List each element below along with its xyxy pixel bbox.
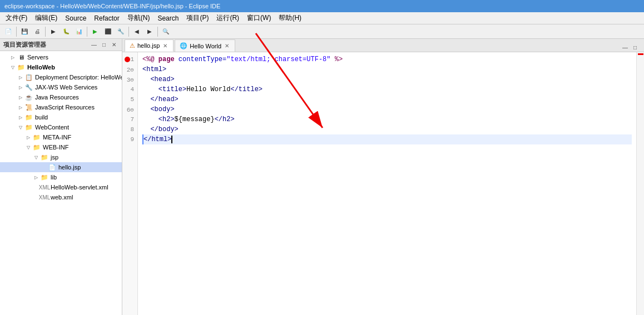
code-line-9: </html> bbox=[142, 134, 632, 144]
tab-hello-world[interactable]: 🌐 Hello World ✕ bbox=[175, 39, 235, 52]
tree-item-deployment[interactable]: ▷ 📋 Deployment Descriptor: HelloWeb bbox=[0, 72, 122, 82]
html-title-text: Hello World bbox=[186, 86, 230, 93]
menu-source[interactable]: Source bbox=[62, 13, 90, 23]
menu-navigate[interactable]: 导航(N) bbox=[124, 12, 153, 24]
jsp-str-contenttype: "text/html; charset=UTF-8" bbox=[226, 56, 330, 63]
html-tag-8: </body> bbox=[142, 126, 179, 133]
menu-search[interactable]: Search bbox=[154, 13, 182, 23]
tree-item-web-xml[interactable]: XML web.xml bbox=[0, 192, 122, 202]
menu-edit[interactable]: 编辑(E) bbox=[32, 12, 61, 24]
line-numbers: 1 2⊖ 3⊖ 4 5 6⊖ 7 8 9 bbox=[122, 52, 138, 315]
next-edit[interactable]: ▶ bbox=[143, 26, 156, 38]
expand-servers-icon: ▷ bbox=[9, 55, 17, 60]
tree-item-java[interactable]: ▷ ☕ Java Resources bbox=[0, 92, 122, 102]
line-num-9: 9 bbox=[123, 134, 136, 144]
save-button[interactable]: 💾 bbox=[18, 26, 31, 38]
menu-bar: 文件(F) 编辑(E) Source Refactor 导航(N) Search… bbox=[0, 12, 644, 24]
run-button[interactable]: ▶ bbox=[89, 26, 101, 38]
menu-help[interactable]: 帮助(H) bbox=[275, 12, 305, 24]
run-last-button[interactable]: ▶ bbox=[47, 26, 60, 38]
hello-jsp-label: hello.jsp bbox=[58, 164, 81, 171]
servlet-xml-icon: XML bbox=[40, 183, 49, 192]
js-label: JavaScript Resources bbox=[35, 104, 95, 111]
web-inf-icon: 📁 bbox=[32, 143, 41, 152]
error-gutter-mark bbox=[638, 53, 643, 55]
meta-inf-icon: 📁 bbox=[32, 133, 41, 142]
tree-item-web-inf[interactable]: ▽ 📁 WEB-INF bbox=[0, 142, 122, 152]
tree-item-helloweb[interactable]: ▽ 📁 HelloWeb bbox=[0, 62, 122, 72]
cursor-blink bbox=[171, 136, 172, 143]
new-button[interactable]: 📄 bbox=[2, 26, 14, 38]
tab-hello-jsp[interactable]: ⚠ hello.jsp ✕ bbox=[125, 39, 174, 52]
hello-jsp-icon: 📄 bbox=[48, 163, 57, 172]
expand-webcontent-icon: ▽ bbox=[17, 125, 24, 130]
right-gutter bbox=[636, 52, 644, 315]
tree-item-javascript[interactable]: ▷ 📜 JavaScript Resources bbox=[0, 102, 122, 112]
webcontent-label: WebContent bbox=[35, 124, 69, 131]
close-panel-button[interactable]: ✕ bbox=[110, 41, 118, 49]
code-line-1: <%@ page contentType="text/html; charset… bbox=[142, 54, 632, 64]
jaxws-label: JAX-WS Web Services bbox=[35, 84, 97, 91]
profile-button[interactable]: 📊 bbox=[73, 26, 85, 38]
code-editor[interactable]: <%@ page contentType="text/html; charset… bbox=[138, 52, 636, 315]
html-tag-4a: <title> bbox=[142, 86, 186, 93]
tb-sep-3 bbox=[87, 27, 87, 37]
tree-item-servlet-xml[interactable]: XML HelloWeb-servlet.xml bbox=[0, 182, 122, 192]
html-tag-7a: <h2> bbox=[142, 116, 175, 123]
build-icon: 📁 bbox=[24, 113, 33, 122]
jsp-folder-label: jsp bbox=[51, 154, 58, 161]
tree-item-jsp-folder[interactable]: ▽ 📁 jsp bbox=[0, 152, 122, 162]
expand-jaxws-icon: ▷ bbox=[17, 85, 24, 90]
html-tag-4b: </title> bbox=[230, 86, 262, 93]
editor-maximize-btn[interactable]: □ bbox=[631, 43, 640, 52]
tree-item-jaxws[interactable]: ▷ 🔧 JAX-WS Web Services bbox=[0, 82, 122, 92]
prev-edit[interactable]: ◀ bbox=[131, 26, 143, 38]
tree-item-build[interactable]: ▷ 📁 build bbox=[0, 112, 122, 122]
minimize-panel-button[interactable]: — bbox=[90, 41, 98, 49]
tree-item-lib[interactable]: ▷ 📁 lib bbox=[0, 172, 122, 182]
tree-item-servers[interactable]: ▷ 🖥 Servers bbox=[0, 52, 122, 62]
tab-hello-world-close[interactable]: ✕ bbox=[224, 43, 230, 49]
expand-helloweb-icon: ▽ bbox=[9, 65, 17, 70]
editor-minimize-btn[interactable]: — bbox=[621, 43, 630, 52]
menu-run[interactable]: 运行(R) bbox=[213, 12, 242, 24]
deployment-label: Deployment Descriptor: HelloWeb bbox=[35, 74, 122, 81]
tab-hello-jsp-close[interactable]: ✕ bbox=[162, 42, 169, 49]
code-line-8: </body> bbox=[142, 124, 632, 134]
line-num-2: 2⊖ bbox=[123, 64, 136, 74]
expand-js-icon: ▷ bbox=[17, 105, 24, 110]
jaxws-icon: 🔧 bbox=[24, 83, 33, 92]
expand-build-icon: ▷ bbox=[17, 115, 24, 120]
menu-file[interactable]: 文件(F) bbox=[2, 12, 31, 24]
tree-item-webcontent[interactable]: ▽ 📁 WebContent bbox=[0, 122, 122, 132]
code-area: 1 2⊖ 3⊖ 4 5 6⊖ 7 8 9 <%@ page contentTyp… bbox=[122, 52, 644, 315]
line-num-8: 8 bbox=[123, 124, 136, 134]
line-num-6: 6⊖ bbox=[123, 104, 136, 114]
tb-sep-4 bbox=[128, 27, 129, 37]
project-explorer-panel: 项目资源管理器 — □ ✕ ▷ 🖥 Servers ▽ 📁 bbox=[0, 39, 122, 315]
tab-hello-jsp-icon: ⚠ bbox=[130, 42, 135, 49]
menu-refactor[interactable]: Refactor bbox=[91, 13, 122, 23]
tree-item-meta-inf[interactable]: ▷ 📁 META-INF bbox=[0, 132, 122, 142]
expand-jsp-folder-icon: ▽ bbox=[32, 155, 40, 160]
menu-window[interactable]: 窗口(W) bbox=[244, 12, 274, 24]
stop-button[interactable]: ⬛ bbox=[102, 26, 114, 38]
html-tag-3: <head> bbox=[142, 76, 175, 83]
tab-hello-jsp-label: hello.jsp bbox=[137, 42, 160, 49]
web-inf-label: WEB-INF bbox=[43, 144, 68, 151]
search-button[interactable]: 🔍 bbox=[160, 26, 172, 38]
menu-project[interactable]: 项目(P) bbox=[183, 12, 212, 24]
tb-sep-5 bbox=[157, 27, 158, 37]
debug-button[interactable]: 🐛 bbox=[60, 26, 72, 38]
html-el-text: ${message} bbox=[175, 116, 215, 123]
line-num-3: 3⊖ bbox=[123, 74, 136, 84]
external-tools[interactable]: 🔧 bbox=[115, 26, 127, 38]
print-button[interactable]: 🖨 bbox=[31, 26, 43, 38]
html-tag-9: </html> bbox=[143, 136, 171, 143]
maximize-panel-button[interactable]: □ bbox=[100, 41, 108, 49]
tree-item-hello-jsp[interactable]: 📄 hello.jsp bbox=[0, 162, 122, 172]
code-line-6: <body> bbox=[142, 104, 632, 114]
toolbar: 📄 💾 🖨 ▶ 🐛 📊 ▶ ⬛ 🔧 ◀ ▶ 🔍 bbox=[0, 24, 644, 39]
build-label: build bbox=[35, 114, 48, 121]
html-tag-5: </head> bbox=[142, 96, 179, 103]
